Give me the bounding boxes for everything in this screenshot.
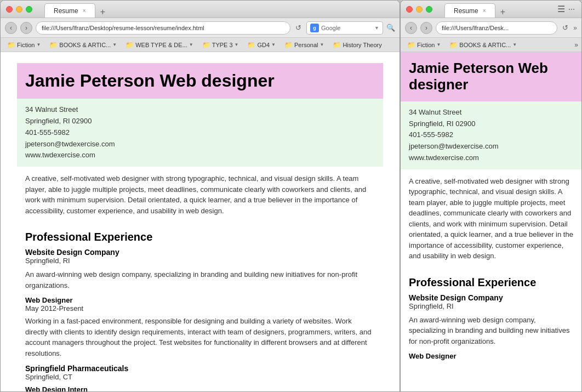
left-page-content: Jamie Peterson Web designer 34 Walnut St… — [1, 52, 400, 391]
right-resume-body: Professional Experience Website Design C… — [401, 276, 581, 361]
folder-icon: 📁 — [449, 41, 458, 49]
right-email: jpeterson@twdexercise.com — [409, 141, 573, 152]
right-role-1-title: Web Designer — [409, 352, 573, 360]
chevron-down-icon: ▼ — [112, 42, 117, 47]
left-minimize-button[interactable] — [16, 6, 22, 13]
resume-summary: A creative, self-motivated web designer … — [17, 167, 383, 223]
left-close-button[interactable] — [6, 6, 13, 13]
left-address-input[interactable] — [36, 21, 290, 35]
folder-icon: 📁 — [333, 41, 341, 49]
left-bookmark-type3-label: TYPE 3 — [212, 42, 233, 48]
right-more-button[interactable]: ⋯ — [567, 5, 576, 13]
left-bookmark-webtype[interactable]: 📁 WEB TYPE & DE... ▼ — [122, 40, 196, 50]
right-traffic-lights — [406, 6, 432, 13]
right-bookmark-books-label: BOOKS & ARTIC... — [459, 42, 511, 48]
right-company-1-location: Springfield, RI — [409, 302, 573, 310]
website: www.twdexercise.com — [25, 150, 375, 161]
professional-experience-title: Professional Experience — [25, 231, 375, 243]
phone: 401-555-5982 — [25, 127, 375, 139]
resume-name: Jamie Peterson Web designer — [25, 71, 375, 90]
left-bookmark-personal[interactable]: 📁 Personal ▼ — [281, 40, 327, 50]
folder-icon: 📁 — [7, 41, 15, 49]
left-forward-button[interactable]: › — [20, 22, 32, 34]
left-new-tab-button[interactable]: + — [98, 7, 109, 18]
resume-body: Professional Experience Website Design C… — [17, 231, 383, 391]
right-tab-label: Resume — [454, 7, 478, 15]
right-title-bar: Resume × + ☰ ⋯ — [401, 1, 581, 18]
left-traffic-lights — [6, 6, 32, 13]
left-bookmark-webtype-label: WEB TYPE & DE... — [135, 42, 187, 48]
left-tab-bar: Resume × + — [44, 2, 109, 18]
company-2-name: Springfield Pharmaceuticals — [25, 364, 375, 373]
address-line2: Springfield, RI 02900 — [25, 116, 375, 127]
right-phone: 401-555-5982 — [409, 129, 573, 141]
role-2-title: Web Design Intern — [25, 385, 375, 391]
folder-icon: 📁 — [49, 41, 58, 49]
google-icon: g — [310, 24, 319, 32]
right-bookmarks-bar: 📁 Fiction ▼ 📁 BOOKS & ARTIC... ▼ » — [401, 38, 581, 52]
right-address-line1: 34 Walnut Street — [409, 107, 573, 118]
chevron-down-icon: ▼ — [189, 42, 193, 47]
right-close-button[interactable] — [406, 6, 413, 13]
chevron-down-icon: ▼ — [271, 42, 276, 47]
left-bookmark-books-label: BOOKS & ARTIC... — [59, 42, 111, 48]
left-refresh-button[interactable]: ↺ — [294, 24, 303, 32]
left-maximize-button[interactable] — [26, 6, 32, 13]
right-resume-contact: 34 Walnut Street Springfield, RI 02900 4… — [401, 101, 581, 169]
right-bookmarks-more[interactable]: » — [574, 41, 578, 49]
right-menu-button[interactable]: ☰ — [555, 4, 567, 14]
folder-icon: 📁 — [407, 41, 415, 49]
left-tab-close[interactable]: × — [83, 8, 86, 14]
right-tab-close[interactable]: × — [483, 8, 486, 14]
role-1-dates: May 2012-Present — [25, 304, 375, 313]
left-bookmark-personal-label: Personal — [294, 42, 318, 48]
right-website: www.twdexercise.com — [409, 152, 573, 164]
left-bookmark-gd4-label: GD4 — [257, 42, 270, 48]
left-bookmark-books[interactable]: 📁 BOOKS & ARTIC... ▼ — [46, 40, 120, 50]
left-search-submit[interactable]: 🔍 — [386, 24, 395, 32]
left-bookmark-history[interactable]: 📁 History Theory — [329, 40, 385, 50]
right-bookmark-fiction[interactable]: 📁 Fiction ▼ — [404, 40, 444, 50]
right-professional-experience-title: Professional Experience — [409, 276, 573, 289]
left-bookmark-history-label: History Theory — [343, 42, 381, 48]
company-1-desc: An award-winning web design company, spe… — [25, 269, 375, 291]
left-active-tab[interactable]: Resume × — [44, 3, 95, 18]
resume-contact: 34 Walnut Street Springfield, RI 02900 4… — [17, 99, 383, 167]
left-bookmark-gd4[interactable]: 📁 GD4 ▼ — [244, 40, 279, 50]
left-bookmark-fiction[interactable]: 📁 Fiction ▼ — [4, 40, 44, 50]
chevron-down-icon: ▼ — [319, 42, 324, 47]
company-1-location: Springfield, RI — [25, 257, 375, 265]
address-line1: 34 Walnut Street — [25, 104, 375, 116]
right-more-nav[interactable]: » — [573, 24, 577, 32]
right-forward-button[interactable]: › — [420, 22, 432, 34]
left-search-label: Google — [321, 25, 340, 31]
chevron-down-icon: ▼ — [36, 42, 41, 47]
email: jpeterson@twdexercise.com — [25, 139, 375, 150]
left-title-bar: Resume × + — [1, 1, 400, 18]
right-bookmark-books[interactable]: 📁 BOOKS & ARTIC... ▼ — [446, 40, 520, 50]
right-browser-window: Resume × + ☰ ⋯ ‹ › ↺ » 📁 Fiction ▼ 📁 BOO… — [400, 0, 582, 392]
role-1-desc: Working in a fast-paced environment, res… — [25, 316, 375, 359]
right-address-line2: Springfield, RI 02900 — [409, 118, 573, 130]
right-minimize-button[interactable] — [416, 6, 423, 13]
chevron-down-icon: ▼ — [235, 42, 239, 47]
right-maximize-button[interactable] — [426, 6, 432, 13]
right-refresh-button[interactable]: ↺ — [561, 24, 570, 32]
folder-icon: 📁 — [125, 41, 134, 49]
right-company-1-desc: An award-winning web design company, spe… — [409, 315, 573, 347]
right-new-tab-button[interactable]: + — [498, 7, 509, 18]
left-bookmark-type3[interactable]: 📁 TYPE 3 ▼ — [199, 40, 242, 50]
right-resume-header: Jamie Peterson Webdesigner — [401, 52, 581, 101]
folder-icon: 📁 — [202, 41, 210, 49]
summary-text: A creative, self-motivated web designer … — [25, 173, 375, 216]
right-active-tab[interactable]: Resume × — [444, 3, 495, 18]
folder-icon: 📁 — [284, 41, 293, 49]
right-summary-text: A creative, self-motivated web designer … — [409, 176, 573, 262]
left-search-dropdown[interactable]: ▼ — [374, 25, 379, 31]
right-back-button[interactable]: ‹ — [405, 22, 417, 34]
right-address-bar-row: ‹ › ↺ » — [401, 18, 581, 38]
right-address-input[interactable] — [436, 21, 557, 35]
left-search-box[interactable]: g Google ▼ — [306, 21, 383, 35]
left-browser-window: Resume × + ‹ › ↺ g Google ▼ 🔍 📁 Fiction … — [0, 0, 400, 392]
left-back-button[interactable]: ‹ — [5, 22, 17, 34]
